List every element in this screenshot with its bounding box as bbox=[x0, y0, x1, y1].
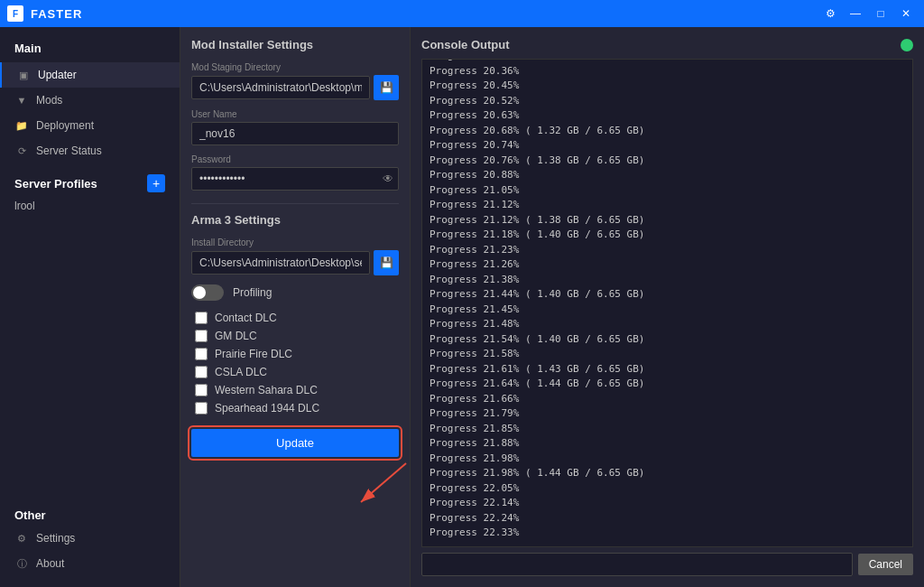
staging-dir-row: 💾 bbox=[191, 75, 399, 100]
contact-dlc-checkbox[interactable] bbox=[195, 312, 208, 324]
sidebar-item-mods[interactable]: ▼ Mods bbox=[0, 88, 180, 113]
install-dir-group: Install Directory 💾 bbox=[191, 238, 399, 275]
close-button[interactable]: ✕ bbox=[895, 5, 917, 23]
password-label: Password bbox=[191, 154, 399, 164]
contact-dlc-label: Contact DLC bbox=[215, 312, 277, 324]
staging-dir-input[interactable] bbox=[191, 76, 370, 99]
sidebar-item-deployment[interactable]: 📁 Deployment bbox=[0, 113, 180, 138]
deployment-icon: 📁 bbox=[14, 118, 29, 133]
add-profile-button[interactable]: + bbox=[147, 174, 165, 192]
main-layout: Main ▣ Updater ▼ Mods 📁 Deployment ⟳ Ser… bbox=[0, 27, 924, 587]
gm-dlc-row: GM DLC bbox=[191, 330, 399, 342]
updater-icon: ▣ bbox=[16, 68, 31, 82]
western-sahara-dlc-checkbox[interactable] bbox=[195, 384, 208, 396]
server-status-icon: ⟳ bbox=[14, 144, 29, 158]
gm-dlc-label: GM DLC bbox=[215, 330, 257, 342]
install-dir-input[interactable] bbox=[191, 251, 370, 275]
arma3-section-title: Arma 3 Settings bbox=[191, 213, 399, 227]
title-bar: F FASTER ⚙ — □ ✕ bbox=[0, 0, 924, 27]
console-title: Console Output bbox=[421, 38, 510, 51]
status-dot bbox=[901, 39, 913, 51]
install-dir-label: Install Directory bbox=[191, 238, 399, 247]
app-title: FASTER bbox=[31, 7, 82, 21]
content-area: Mod Installer Settings Mod Staging Direc… bbox=[180, 27, 924, 587]
settings-titlebar-button[interactable]: ⚙ bbox=[819, 5, 841, 23]
western-sahara-dlc-row: Western Sahara DLC bbox=[191, 384, 399, 396]
sidebar-item-settings[interactable]: ⚙ Settings bbox=[0, 526, 180, 551]
password-input[interactable] bbox=[191, 167, 399, 191]
username-group: User Name bbox=[191, 109, 399, 145]
console-input[interactable] bbox=[421, 553, 853, 576]
gm-dlc-checkbox[interactable] bbox=[195, 330, 208, 342]
right-panel: Console Output Progress 20.09%Progress 2… bbox=[411, 27, 924, 587]
settings-label: Settings bbox=[36, 532, 75, 545]
cancel-button[interactable]: Cancel bbox=[858, 554, 913, 575]
title-bar-controls: ⚙ — □ ✕ bbox=[819, 5, 917, 23]
install-dir-browse-button[interactable]: 💾 bbox=[374, 250, 399, 275]
server-status-label: Server Status bbox=[36, 144, 102, 157]
staging-dir-label: Mod Staging Directory bbox=[191, 62, 399, 72]
staging-dir-group: Mod Staging Directory 💾 bbox=[191, 62, 399, 100]
console-bottom: Cancel bbox=[421, 553, 913, 576]
annotation-arrow bbox=[352, 459, 411, 513]
sidebar-profile-lrool[interactable]: lrool bbox=[0, 196, 180, 216]
other-section-title: Other bbox=[0, 501, 180, 526]
spearhead-dlc-checkbox[interactable] bbox=[195, 402, 208, 415]
settings-icon: ⚙ bbox=[14, 531, 29, 545]
username-input[interactable] bbox=[191, 122, 399, 145]
password-toggle-button[interactable]: 👁 bbox=[383, 172, 393, 185]
about-icon: ⓘ bbox=[14, 556, 29, 571]
console-output[interactable]: Progress 20.09%Progress 20.18%Progress 2… bbox=[421, 59, 913, 547]
sidebar-item-updater[interactable]: ▣ Updater bbox=[0, 62, 180, 88]
deployment-label: Deployment bbox=[36, 119, 94, 132]
password-group: Password 👁 bbox=[191, 154, 399, 191]
sidebar-item-server-status[interactable]: ⟳ Server Status bbox=[0, 138, 180, 163]
title-bar-left: F FASTER bbox=[7, 5, 82, 22]
spearhead-dlc-row: Spearhead 1944 DLC bbox=[191, 402, 399, 415]
prairie-fire-dlc-label: Prairie Fire DLC bbox=[215, 348, 292, 360]
updater-label: Updater bbox=[38, 69, 77, 81]
install-dir-row: 💾 bbox=[191, 250, 399, 275]
profiling-toggle[interactable] bbox=[191, 284, 224, 301]
console-header: Console Output bbox=[421, 38, 913, 51]
password-row: 👁 bbox=[191, 167, 399, 191]
western-sahara-dlc-label: Western Sahara DLC bbox=[215, 384, 318, 396]
prairie-fire-dlc-checkbox[interactable] bbox=[195, 348, 208, 360]
minimize-button[interactable]: — bbox=[845, 5, 866, 23]
svg-line-1 bbox=[361, 463, 406, 502]
app-logo: F bbox=[7, 5, 23, 22]
prairie-fire-dlc-row: Prairie Fire DLC bbox=[191, 348, 399, 360]
mods-icon: ▼ bbox=[14, 93, 29, 107]
mods-label: Mods bbox=[36, 94, 62, 107]
username-label: User Name bbox=[191, 109, 399, 119]
server-profiles-header: Server Profiles + bbox=[0, 163, 180, 196]
username-row bbox=[191, 122, 399, 145]
csla-dlc-checkbox[interactable] bbox=[195, 366, 208, 378]
sidebar-item-about[interactable]: ⓘ About bbox=[0, 551, 180, 576]
left-panel: Mod Installer Settings Mod Staging Direc… bbox=[180, 27, 411, 587]
staging-dir-browse-button[interactable]: 💾 bbox=[374, 75, 399, 100]
profiling-toggle-row: Profiling bbox=[191, 284, 399, 301]
contact-dlc-row: Contact DLC bbox=[191, 312, 399, 324]
sidebar: Main ▣ Updater ▼ Mods 📁 Deployment ⟳ Ser… bbox=[0, 27, 180, 587]
main-section-title: Main bbox=[0, 38, 180, 62]
mod-installer-section-title: Mod Installer Settings bbox=[191, 38, 399, 51]
toggle-knob bbox=[193, 286, 206, 299]
csla-dlc-row: CSLA DLC bbox=[191, 366, 399, 378]
spearhead-dlc-label: Spearhead 1944 DLC bbox=[215, 402, 319, 415]
maximize-button[interactable]: □ bbox=[870, 5, 892, 23]
profiling-label: Profiling bbox=[233, 286, 272, 299]
about-label: About bbox=[36, 557, 64, 570]
server-profiles-title: Server Profiles bbox=[14, 177, 97, 191]
update-button[interactable]: Update bbox=[191, 429, 399, 457]
csla-dlc-label: CSLA DLC bbox=[215, 366, 267, 378]
